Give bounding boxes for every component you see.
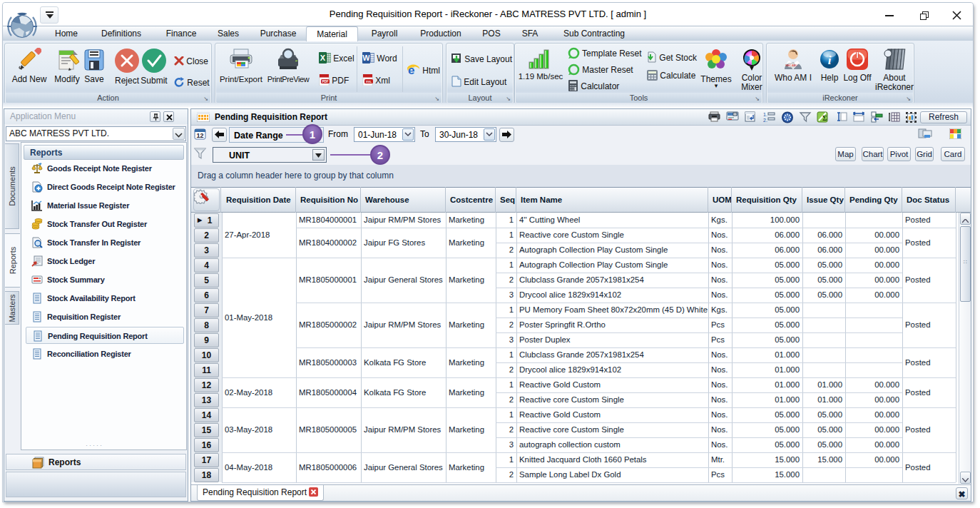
svg-text:1.: 1. — [763, 112, 767, 117]
svg-text:X: X — [320, 54, 326, 62]
svg-text:XVL: XVL — [366, 80, 372, 83]
svg-text:2.: 2. — [763, 118, 767, 123]
svg-text:Σ: Σ — [822, 114, 827, 122]
svg-text:PDF: PDF — [322, 80, 328, 83]
svg-text:12: 12 — [196, 132, 203, 139]
svg-text:W: W — [362, 54, 370, 62]
svg-text:WHO AM I: WHO AM I — [785, 64, 797, 67]
svg-text:i: i — [828, 54, 832, 67]
